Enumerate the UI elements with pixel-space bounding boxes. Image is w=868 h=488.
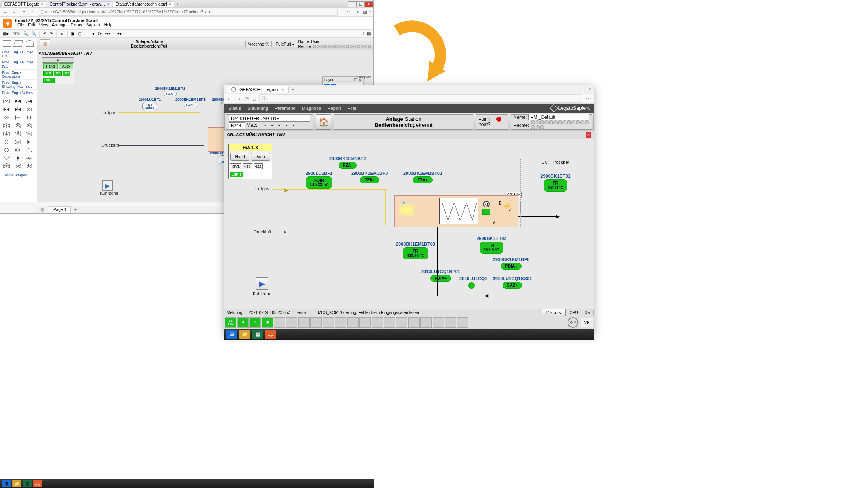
maximize-button[interactable]: ▢: [356, 1, 365, 7]
footer-slot[interactable]: [298, 317, 310, 328]
stencil-cat[interactable]: Proc. Eng. / Separators: [0, 70, 37, 80]
tag-bk1bt01[interactable]: 2900BK1BT01TR341,8 °C: [521, 174, 590, 192]
valve-icon[interactable]: [13, 98, 22, 105]
vf-icon[interactable]: VF: [581, 318, 593, 327]
valve-icon[interactable]: [2, 146, 11, 154]
tag-bt03[interactable]: 2900BK1EM1BT03TR802,94 °C: [396, 242, 435, 259]
stop-icon[interactable]: ⬢: [262, 317, 273, 328]
shape-icon[interactable]: [13, 40, 23, 47]
excel-icon[interactable]: ▦: [23, 480, 32, 487]
tag-i22[interactable]: -I22: [63, 71, 71, 76]
start-icon[interactable]: ⊞: [226, 330, 237, 339]
valve-icon[interactable]: [13, 122, 22, 129]
more-shapes-link[interactable]: + More Shapes…: [0, 172, 37, 179]
valve-icon[interactable]: [13, 106, 22, 113]
steuerung-input[interactable]: B244STEUERUNG TNV: [229, 115, 310, 122]
tag-gq1[interactable]: 2910LU1GQ1: [459, 276, 487, 281]
explorer-icon[interactable]: 📁: [239, 330, 250, 339]
tag-bp2[interactable]: 2900BK1EM1BP2PZA-: [329, 156, 366, 169]
valve-icon[interactable]: [13, 155, 22, 162]
ls-ein-indicator[interactable]: LSEIN: [225, 317, 236, 328]
stencil-cat[interactable]: Proc. Eng. / Pumps DIN: [0, 49, 37, 59]
shape-icon[interactable]: [26, 40, 34, 47]
footer-slot[interactable]: [347, 317, 359, 328]
valve-icon[interactable]: [2, 163, 11, 170]
hand-button[interactable]: Hand: [230, 153, 249, 161]
menu-icon[interactable]: ≡: [369, 10, 372, 14]
valve-icon[interactable]: [2, 122, 11, 129]
browser-tab-2[interactable]: ControlTrockner3.xml - draw…×: [47, 1, 112, 7]
menu-diagnose[interactable]: Diagnose: [302, 106, 321, 111]
warning-icon[interactable]: ⚠: [249, 317, 261, 328]
footer-slot[interactable]: [457, 317, 468, 328]
back-icon[interactable]: ←: [227, 96, 232, 102]
zoom-in-icon[interactable]: 🔍: [31, 31, 36, 36]
footer-slot[interactable]: [445, 317, 456, 328]
footer-slot[interactable]: [323, 317, 334, 328]
tag-bp5[interactable]: 2900BK1EM1BP5PDIA+: [493, 257, 530, 270]
firefox-icon[interactable]: 🦊: [33, 480, 42, 487]
undo-icon[interactable]: ↶: [43, 31, 46, 36]
tag-lsp[interactable]: LSP 1: [43, 78, 55, 83]
valve-icon[interactable]: [24, 98, 33, 105]
format-icon[interactable]: ▤: [367, 31, 371, 36]
tag-bf1[interactable]: 2900LU1BF1FQIR14.833 m³: [306, 171, 332, 189]
valve-icon[interactable]: [13, 114, 22, 121]
add-page-icon[interactable]: +: [71, 207, 80, 212]
valve-icon[interactable]: [13, 138, 22, 146]
tag-bf1[interactable]: 2900LU1BF1FQIR99999: [139, 98, 161, 111]
connector-icon[interactable]: ⤴▾: [98, 31, 102, 36]
tag-bp3[interactable]: 2900BK1EM1BP3PZA+: [351, 171, 388, 183]
menu-edit[interactable]: Edit: [28, 23, 35, 28]
menu-help[interactable]: Help: [104, 23, 113, 28]
tag-bp2[interactable]: 2900BK1EM1BP2PZA-: [155, 87, 185, 96]
reader-icon[interactable]: ⋯: [340, 10, 344, 14]
valve-icon[interactable]: [2, 138, 11, 146]
tag-sv1[interactable]: -SV1: [43, 71, 53, 76]
menu-extras[interactable]: Extras: [70, 23, 82, 28]
new-tab-button[interactable]: +: [292, 87, 294, 92]
waypoint-icon[interactable]: ↪▾: [105, 31, 110, 36]
valve-icon[interactable]: [2, 155, 11, 162]
recycle-icon[interactable]: ♻: [237, 317, 249, 328]
home-button[interactable]: 🏠: [40, 39, 50, 48]
minimize-button[interactable]: —: [348, 1, 356, 7]
fan-icon[interactable]: [468, 282, 475, 289]
back-icon[interactable]: ▢: [78, 31, 81, 36]
close-icon[interactable]: ×: [169, 2, 171, 7]
footer-slot[interactable]: [335, 317, 346, 328]
redo-icon[interactable]: ↷: [50, 31, 53, 36]
star-icon[interactable]: ☆: [347, 10, 350, 14]
auto-button[interactable]: Auto: [251, 153, 270, 161]
tag-i20[interactable]: -I20: [243, 163, 252, 169]
close-icon[interactable]: ×: [586, 132, 591, 138]
valve-icon[interactable]: [24, 114, 33, 121]
motor-assembly[interactable]: M: [483, 201, 490, 207]
footer-slot[interactable]: [408, 317, 420, 328]
footer-slot[interactable]: [433, 317, 444, 328]
menu-arrange[interactable]: Arrange: [52, 23, 67, 28]
footer-slot[interactable]: [420, 317, 432, 328]
front-icon[interactable]: ▣: [71, 31, 74, 36]
diagram-tab[interactable]: Diagram: [357, 75, 371, 79]
hand-button[interactable]: Hand: [43, 63, 58, 69]
heat-exchanger[interactable]: ▸: [394, 195, 518, 227]
play-button[interactable]: ▶: [256, 277, 268, 290]
shape-icon[interactable]: [3, 40, 11, 47]
forward-icon[interactable]: →: [236, 96, 241, 102]
auto-button[interactable]: Auto: [59, 63, 73, 69]
explorer-icon[interactable]: 📁: [12, 480, 21, 487]
valve-icon[interactable]: [24, 138, 33, 146]
menu-status[interactable]: Status: [228, 106, 241, 111]
valve-icon[interactable]: [2, 130, 11, 137]
delete-icon[interactable]: 🗑: [60, 31, 64, 36]
home-button[interactable]: 🏠: [316, 114, 331, 130]
excel-icon[interactable]: ▦: [252, 330, 263, 339]
valve-icon[interactable]: [2, 98, 11, 105]
valve-icon[interactable]: [24, 163, 33, 170]
valve-icon[interactable]: [24, 155, 33, 162]
quit-button[interactable]: Quit: [568, 317, 578, 328]
valve-icon[interactable]: [24, 130, 33, 137]
menu-sapient[interactable]: Sapient: [86, 23, 100, 28]
footer-slot[interactable]: [286, 317, 297, 328]
